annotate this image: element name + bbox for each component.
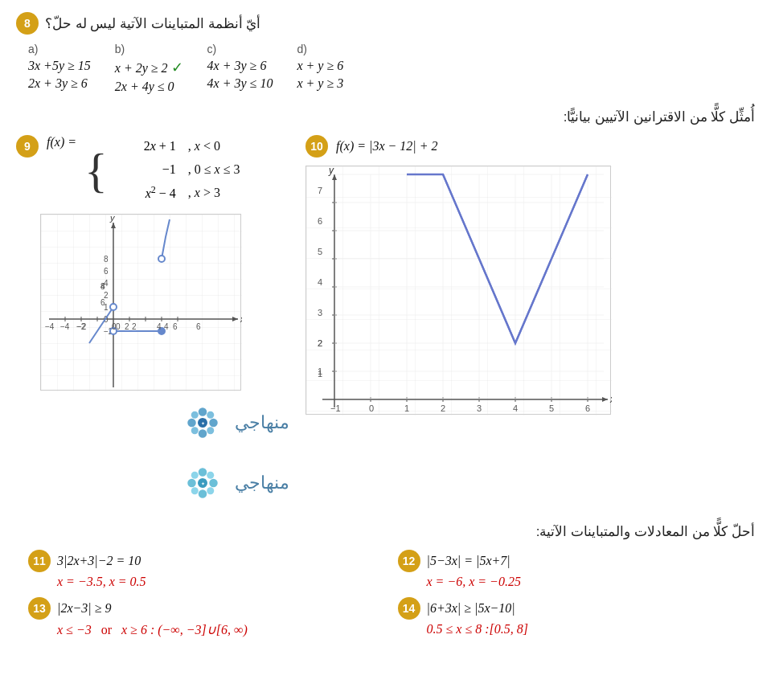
q14-question: |6+3x| ≥ |5x−10| bbox=[427, 601, 515, 616]
svg-point-46 bbox=[207, 411, 214, 418]
sys-option-a: a) 3x +5y ≥ 15 2x + 3y ≥ 6 bbox=[28, 43, 91, 91]
q13-question: |2x−3| ≥ 9 bbox=[57, 601, 112, 616]
svg-text:2: 2 bbox=[318, 338, 322, 348]
svg-text:6: 6 bbox=[585, 403, 590, 413]
svg-text:1: 1 bbox=[318, 366, 322, 376]
svg-text:−4: −4 bbox=[60, 322, 70, 331]
or-text: or bbox=[101, 623, 112, 637]
svg-text:7: 7 bbox=[318, 186, 322, 195]
logo-1-text: منهاجي bbox=[235, 412, 289, 433]
sys-label-a: a) bbox=[28, 43, 38, 55]
svg-text:✦: ✦ bbox=[201, 421, 205, 426]
svg-point-58 bbox=[207, 487, 214, 494]
logo-2-text: منهاجي bbox=[235, 473, 289, 493]
svg-point-47 bbox=[191, 411, 199, 418]
q12-answer: x = −6, x = −0.25 bbox=[398, 575, 752, 589]
q10-container: 10 f(x) = |3x − 12| + 2 bbox=[305, 135, 763, 507]
checkmark: ✓ bbox=[171, 59, 183, 76]
svg-point-28 bbox=[158, 256, 165, 262]
q13-badge: 13 bbox=[28, 597, 51, 620]
svg-text:0: 0 bbox=[112, 322, 117, 331]
piece-2-cond: , 0 ≤ x ≤ 3 bbox=[188, 158, 240, 182]
logo-2: منهاجي ✦ bbox=[40, 459, 289, 507]
q10-badge: 10 bbox=[305, 135, 328, 158]
svg-point-52 bbox=[199, 468, 207, 477]
svg-point-48 bbox=[207, 427, 214, 434]
sys-math-d2: x + y ≥ 3 bbox=[297, 76, 343, 91]
piece-3-cond: , x > 3 bbox=[188, 182, 220, 205]
svg-point-24 bbox=[110, 304, 117, 310]
q12-question: |5−3x| = |5x+7| bbox=[427, 554, 510, 568]
svg-text:4: 4 bbox=[318, 277, 322, 287]
q13-question-row: 13 |2x−3| ≥ 9 bbox=[28, 597, 382, 620]
svg-point-59 bbox=[191, 487, 199, 494]
q10-equation: f(x) = |3x − 12| + 2 bbox=[336, 139, 438, 154]
svg-rect-62 bbox=[306, 166, 612, 415]
svg-point-55 bbox=[187, 478, 196, 487]
sys-math-a2: 2x + 3y ≥ 6 bbox=[28, 76, 88, 91]
q9-svg: x y −4 −2 0 2 4 6 8 6 4 bbox=[41, 215, 242, 391]
q8-question: أيّ أنظمة المتباينات الآتية ليس له حلّ؟ bbox=[45, 15, 260, 32]
piece-1-cond: , x < 0 bbox=[188, 135, 220, 158]
q10-graph: x y −1 0 1 2 3 4 5 6 1 2 3 4 5 bbox=[305, 166, 611, 415]
q11-item: 11 3|2x+3|−2 = 10 x = −3.5, x = 0.5 bbox=[28, 550, 382, 589]
q12-item: 12 |5−3x| = |5x+7| x = −6, x = −0.25 bbox=[398, 550, 752, 589]
q9-graph: x y −4 −2 0 2 4 6 8 6 4 bbox=[40, 214, 241, 391]
piece-3-expr: x2 − 4 bbox=[112, 182, 176, 206]
piece-1-expr: 2x + 1 bbox=[112, 135, 176, 158]
logo-1-icon: ✦ bbox=[178, 399, 227, 447]
sys-math-b1: x + 2y ≥ 2 ✓ bbox=[115, 59, 183, 76]
sys-math-c1: 4x + 3y ≥ 6 bbox=[207, 59, 267, 73]
svg-text:x: x bbox=[609, 394, 612, 405]
q13-answer: x ≤ −3 or x ≥ 6 : (−∞, −3]∪[6, ∞) bbox=[28, 622, 382, 637]
logo-2-icon: ✦ bbox=[178, 459, 227, 507]
q9-header: 9 f(x) = { 2x + 1 , x < 0 −1 , 0 ≤ x ≤ 3 bbox=[16, 135, 289, 206]
svg-text:✦: ✦ bbox=[201, 481, 205, 486]
q8-badge: 8 bbox=[16, 12, 39, 35]
svg-point-44 bbox=[209, 418, 218, 427]
systems-row: a) 3x +5y ≥ 15 2x + 3y ≥ 6 b) x + 2y ≥ 2… bbox=[16, 43, 763, 94]
sys-math-b2: 2x + 4y ≤ 0 bbox=[115, 80, 174, 94]
q9-fx-label: f(x) = bbox=[47, 135, 76, 149]
q14-question-row: 14 |6+3x| ≥ |5x−10| bbox=[398, 597, 752, 620]
svg-point-43 bbox=[199, 429, 207, 438]
svg-text:6: 6 bbox=[196, 322, 201, 331]
sys-math-a1: 3x +5y ≥ 15 bbox=[28, 59, 91, 73]
svg-rect-0 bbox=[41, 215, 242, 391]
exercises-grid: 11 3|2x+3|−2 = 10 x = −3.5, x = 0.5 12 |… bbox=[16, 550, 763, 637]
q12-badge: 12 bbox=[398, 550, 420, 572]
svg-text:4: 4 bbox=[157, 322, 162, 331]
sys-math-c2: 4x + 3y ≤ 10 bbox=[207, 76, 273, 91]
svg-point-42 bbox=[199, 407, 207, 416]
svg-text:4: 4 bbox=[513, 403, 518, 413]
q13-item: 13 |2x−3| ≥ 9 x ≤ −3 or x ≥ 6 : (−∞, −3]… bbox=[28, 597, 382, 637]
svg-point-57 bbox=[191, 471, 199, 478]
svg-point-53 bbox=[199, 489, 207, 498]
section-header-2: أحلّ كلًّا من المعادلات والمتباينات الآت… bbox=[16, 523, 763, 540]
svg-text:1: 1 bbox=[404, 403, 409, 413]
sys-option-b: b) x + 2y ≥ 2 ✓ 2x + 4y ≤ 0 bbox=[115, 43, 183, 94]
sys-math-d1: x + y ≥ 6 bbox=[297, 59, 343, 73]
svg-text:5: 5 bbox=[549, 403, 554, 413]
q10-header: 10 f(x) = |3x − 12| + 2 bbox=[305, 135, 763, 158]
svg-text:x: x bbox=[240, 314, 242, 324]
q9-piecewise: { 2x + 1 , x < 0 −1 , 0 ≤ x ≤ 3 x2 − 4 , bbox=[84, 135, 240, 206]
brace-lines: 2x + 1 , x < 0 −1 , 0 ≤ x ≤ 3 x2 − 4 , x… bbox=[112, 135, 240, 206]
q11-question-row: 11 3|2x+3|−2 = 10 bbox=[28, 550, 382, 572]
svg-point-45 bbox=[187, 418, 196, 427]
svg-text:1: 1 bbox=[104, 303, 109, 312]
logo-1: منهاجي bbox=[40, 399, 289, 447]
q11-badge: 11 bbox=[28, 550, 51, 572]
svg-text:8: 8 bbox=[104, 255, 109, 264]
middle-section: 9 f(x) = { 2x + 1 , x < 0 −1 , 0 ≤ x ≤ 3 bbox=[16, 135, 763, 507]
piece-1: 2x + 1 , x < 0 bbox=[112, 135, 240, 158]
svg-text:3: 3 bbox=[477, 403, 482, 413]
sys-label-d: d) bbox=[297, 43, 306, 55]
piece-3: x2 − 4 , x > 3 bbox=[112, 182, 240, 206]
page: أيّ أنظمة المتباينات الآتية ليس له حلّ؟ … bbox=[0, 0, 779, 700]
svg-text:2: 2 bbox=[125, 322, 129, 331]
q10-svg: x y −1 0 1 2 3 4 5 6 1 2 3 4 5 bbox=[306, 166, 612, 415]
svg-text:y: y bbox=[328, 166, 334, 176]
svg-text:4: 4 bbox=[104, 279, 109, 288]
sys-option-d: d) x + y ≥ 6 x + y ≥ 3 bbox=[297, 43, 343, 91]
